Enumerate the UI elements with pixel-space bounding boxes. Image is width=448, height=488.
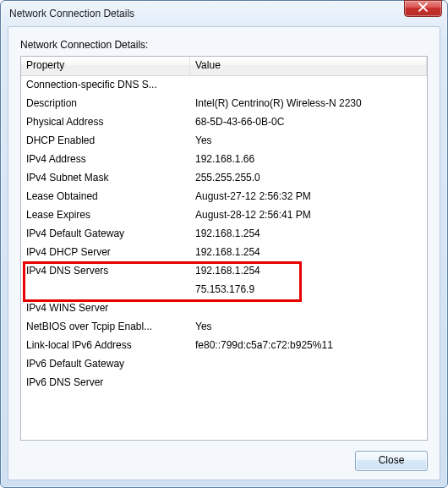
value-cell: 192.168.1.254 [190, 244, 427, 262]
table-row[interactable]: IPv4 DNS Servers192.168.1.254 [21, 262, 427, 281]
table-row[interactable]: IPv4 Subnet Mask255.255.255.0 [21, 169, 427, 188]
property-cell [21, 281, 190, 299]
value-cell: Yes [190, 132, 427, 151]
table-row[interactable]: 75.153.176.9 [21, 281, 427, 299]
client-area: Network Connection Details: Property Val… [8, 26, 440, 480]
property-cell: IPv4 DHCP Server [21, 244, 190, 262]
column-header-value[interactable]: Value [190, 57, 427, 75]
value-cell [190, 76, 427, 95]
value-cell: Yes [190, 318, 427, 337]
value-cell [190, 355, 427, 374]
property-cell: IPv6 DNS Server [21, 374, 190, 392]
property-cell: IPv4 WINS Server [21, 299, 190, 318]
section-label: Network Connection Details: [20, 39, 428, 51]
titlebar[interactable]: Network Connection Details [1, 1, 447, 26]
value-cell: 75.153.176.9 [190, 281, 427, 299]
table-row[interactable]: IPv4 Address192.168.1.66 [21, 151, 427, 169]
table-row[interactable]: IPv6 Default Gateway [21, 355, 427, 374]
table-row[interactable]: IPv4 WINS Server [21, 299, 427, 318]
property-cell: IPv4 Subnet Mask [21, 169, 190, 188]
property-cell: IPv4 Default Gateway [21, 225, 190, 244]
value-cell: Intel(R) Centrino(R) Wireless-N 2230 [190, 95, 427, 113]
value-cell: 192.168.1.66 [190, 151, 427, 169]
table-row[interactable]: IPv4 DHCP Server192.168.1.254 [21, 244, 427, 262]
value-cell: 255.255.255.0 [190, 169, 427, 188]
table-row[interactable]: DescriptionIntel(R) Centrino(R) Wireless… [21, 95, 427, 113]
window-close-button[interactable] [404, 0, 442, 17]
property-cell: IPv4 DNS Servers [21, 262, 190, 281]
property-cell: DHCP Enabled [21, 132, 190, 151]
table-row[interactable]: DHCP EnabledYes [21, 132, 427, 151]
table-row[interactable]: IPv6 DNS Server [21, 374, 427, 392]
property-cell: Lease Expires [21, 206, 190, 225]
table-row[interactable]: Physical Address68-5D-43-66-0B-0C [21, 113, 427, 132]
property-cell: Connection-specific DNS S... [21, 76, 190, 95]
value-cell: 68-5D-43-66-0B-0C [190, 113, 427, 132]
table-row[interactable]: Link-local IPv6 Addressfe80::799d:c5a7:c… [21, 337, 427, 355]
table-row[interactable]: Lease ObtainedAugust-27-12 2:56:32 PM [21, 188, 427, 206]
property-cell: Physical Address [21, 113, 190, 132]
value-cell: August-28-12 2:56:41 PM [190, 206, 427, 225]
button-row: Close [20, 441, 428, 471]
value-cell: 192.168.1.254 [190, 262, 427, 281]
property-cell: Lease Obtained [21, 188, 190, 206]
property-cell: IPv6 Default Gateway [21, 355, 190, 374]
property-cell: IPv4 Address [21, 151, 190, 169]
property-cell: NetBIOS over Tcpip Enabl... [21, 318, 190, 337]
value-cell: fe80::799d:c5a7:c72:b925%11 [190, 337, 427, 355]
value-cell [190, 299, 427, 318]
close-icon [418, 3, 428, 14]
value-cell: 192.168.1.254 [190, 225, 427, 244]
property-cell: Description [21, 95, 190, 113]
column-header-property[interactable]: Property [21, 57, 190, 75]
details-listview[interactable]: Property Value Connection-specific DNS S… [20, 56, 428, 441]
window-title: Network Connection Details [9, 8, 442, 19]
dialog-window: Network Connection Details Network Conne… [0, 0, 448, 488]
column-headers: Property Value [21, 57, 427, 76]
rows-container: Connection-specific DNS S...DescriptionI… [21, 76, 427, 398]
property-cell: Link-local IPv6 Address [21, 337, 190, 355]
table-row[interactable]: IPv4 Default Gateway192.168.1.254 [21, 225, 427, 244]
value-cell [190, 374, 427, 392]
close-button[interactable]: Close [355, 451, 428, 471]
value-cell: August-27-12 2:56:32 PM [190, 188, 427, 206]
table-row[interactable]: Lease ExpiresAugust-28-12 2:56:41 PM [21, 206, 427, 225]
table-row[interactable]: Connection-specific DNS S... [21, 76, 427, 95]
table-row[interactable]: NetBIOS over Tcpip Enabl...Yes [21, 318, 427, 337]
